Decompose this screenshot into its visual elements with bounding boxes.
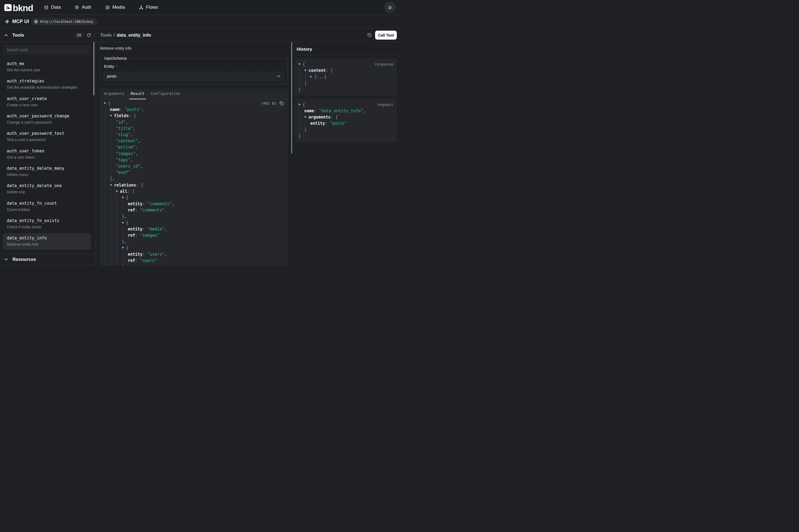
json-row[interactable]: { [104, 220, 284, 226]
mcp-title: MCP UI [12, 19, 29, 24]
user-avatar[interactable]: D [384, 2, 396, 13]
copy-icon[interactable] [279, 101, 284, 106]
json-row: } [104, 264, 284, 266]
chevron-down-icon [3, 257, 9, 262]
breadcrumb-section[interactable]: Tools [100, 33, 112, 37]
json-row: entity: "comments", [104, 201, 284, 207]
collapse-triangle-icon[interactable] [122, 222, 126, 224]
tool-description: Create a new user [7, 102, 87, 108]
nav-item-label: Flows [146, 5, 158, 10]
json-row[interactable]: { [104, 245, 284, 251]
tool-item-data_entity_fn_count[interactable]: data_entity_fn_count Count entities [3, 198, 91, 215]
call-tool-button[interactable]: Call Tool [375, 31, 397, 40]
tool-description: Delete one [7, 190, 87, 195]
indent-guide [111, 188, 111, 266]
indent-guide [305, 120, 306, 127]
tool-item-auth_user_create[interactable]: auth_user_create Create a new user [3, 94, 91, 110]
json-row: }, [104, 213, 284, 220]
json-row[interactable]: relations: { [104, 182, 284, 188]
json-row[interactable]: { [104, 194, 284, 201]
refresh-tools-button[interactable] [87, 33, 91, 37]
bknd-wordmark: bknd [13, 2, 33, 13]
tools-section-title: Tools [12, 33, 24, 38]
tool-item-data_entity_info[interactable]: data_entity_info Retrieve entity info [3, 233, 91, 249]
history-icon[interactable] [367, 33, 372, 37]
tool-item-data_entity_delete_many[interactable]: data_entity_delete_many Delete many [3, 164, 91, 180]
collapse-triangle-icon[interactable] [110, 184, 114, 186]
history-card-label: request [377, 102, 393, 107]
tab-arguments[interactable]: Arguments [102, 89, 126, 99]
tab-result[interactable]: Result [129, 89, 146, 99]
globe-icon [34, 20, 38, 24]
tool-description: Delete many [7, 172, 87, 177]
entity-select[interactable]: posts [103, 71, 285, 81]
json-row[interactable]: {request [298, 101, 394, 108]
nav-item-flows[interactable]: Flows [139, 5, 158, 10]
json-row[interactable]: fields: [ [104, 113, 284, 119]
tool-name: auth_user_password_test [7, 131, 87, 136]
tool-item-auth_me[interactable]: auth_me Get the current user [3, 59, 91, 75]
mcp-url-pill[interactable]: http://localhost:28623/mcp [31, 18, 97, 25]
tools-count-badge: 50 [75, 33, 83, 38]
json-row: } [298, 86, 394, 93]
json-row: name: "data_entity_info", [298, 108, 394, 114]
json-row[interactable]: all: [ [104, 188, 284, 194]
expand-triangle-icon[interactable] [310, 76, 315, 78]
workflow-icon [139, 5, 143, 10]
json-row[interactable]: arguments: { [298, 114, 394, 120]
json-row: "title", [104, 125, 284, 132]
tool-name: auth_user_token [7, 148, 87, 154]
collapse-triangle-icon[interactable] [298, 63, 303, 65]
collapse-triangle-icon[interactable] [122, 197, 126, 198]
json-row[interactable]: {(442 B) [104, 100, 284, 107]
nav-item-data[interactable]: Data [44, 5, 61, 10]
json-row[interactable]: content: [ [298, 68, 394, 74]
tab-configuration[interactable]: Configuration [149, 89, 182, 99]
collapse-triangle-icon[interactable] [116, 191, 120, 192]
json-row: ref: "users" [104, 257, 284, 264]
history-card-response: {responsecontent: [{...}]} [294, 59, 397, 96]
top-navigation-bar: bknd Data Auth Media Flows D [0, 0, 400, 15]
bknd-logo-icon [4, 4, 12, 11]
tool-name: data_entity_delete_many [7, 166, 87, 171]
json-row[interactable]: {...} [298, 74, 394, 80]
main-scrollbar-thumb[interactable] [291, 42, 292, 153]
select-chevron-down-icon [276, 74, 281, 79]
indent-guide [105, 106, 105, 266]
json-row[interactable]: {response [298, 61, 394, 68]
json-row: entity: "media", [104, 226, 284, 232]
collapse-triangle-icon[interactable] [122, 247, 126, 249]
nav-item-auth[interactable]: Auth [75, 5, 91, 10]
collapse-triangle-icon[interactable] [104, 102, 108, 104]
json-row: ref: "images" [104, 232, 284, 238]
collapse-triangle-icon[interactable] [304, 70, 309, 71]
indent-guide [123, 226, 123, 238]
tool-list: auth_me Get the current userauth_strateg… [3, 59, 91, 249]
nav-item-media[interactable]: Media [106, 5, 125, 10]
tool-item-auth_user_token[interactable]: auth_user_token Get a user token [3, 146, 91, 163]
bknd-logo[interactable]: bknd [4, 2, 33, 13]
tools-section-header[interactable]: Tools 50 [0, 28, 95, 42]
json-row: } [298, 133, 394, 139]
resources-section-header[interactable]: Resources [0, 254, 95, 265]
search-input[interactable] [3, 45, 91, 55]
entity-field-label: Entity* [104, 64, 285, 69]
result-card: ArgumentsResultConfiguration {(442 B) na… [100, 89, 288, 266]
tool-item-auth_strategies[interactable]: auth_strategies Get the available authen… [3, 76, 91, 93]
tool-item-auth_user_password_test[interactable]: auth_user_password_test Test a user's pa… [3, 129, 91, 145]
tool-item-auth_user_password_change[interactable]: auth_user_password_change Change a user'… [3, 111, 91, 128]
collapse-triangle-icon[interactable] [110, 115, 114, 117]
tool-item-data_entity_fn_exists[interactable]: data_entity_fn_exists Check if entity ex… [3, 216, 91, 232]
sidebar-scrollbar-thumb[interactable] [93, 42, 94, 95]
collapse-triangle-icon[interactable] [298, 104, 303, 106]
tool-description: Get the current user [7, 68, 87, 73]
indent-guide [305, 74, 306, 80]
json-row: entity: "users", [104, 251, 284, 257]
tool-detail-panel: Retrieve entity info InputSchema Entity*… [95, 42, 292, 266]
tool-item-data_entity_delete_one[interactable]: data_entity_delete_one Delete one [3, 181, 91, 197]
collapse-triangle-icon[interactable] [304, 116, 309, 118]
indent-guide [123, 201, 123, 213]
top-nav: Data Auth Media Flows [44, 5, 158, 10]
chevron-up-icon [3, 33, 9, 38]
database-icon [44, 5, 48, 10]
